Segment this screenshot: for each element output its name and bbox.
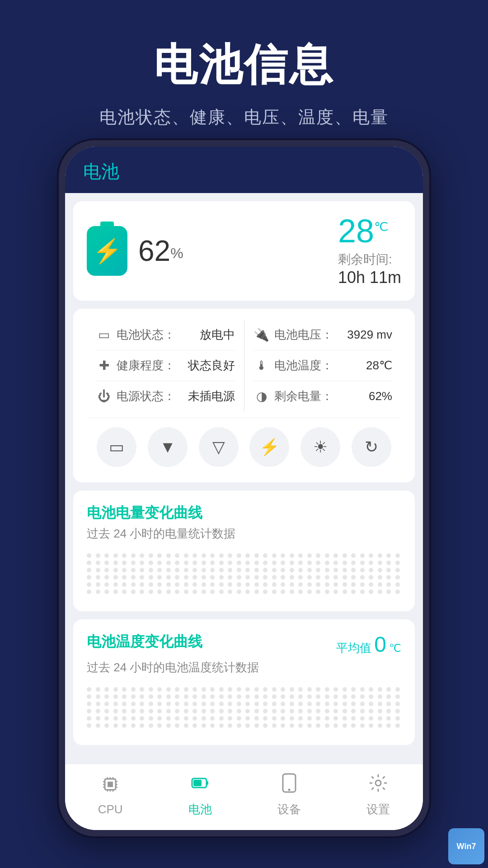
chart-dot [87,709,91,713]
nav-item-cpu[interactable]: CPU [98,774,123,816]
chart-dot [395,582,400,587]
chart-dot [254,723,259,728]
chart-dot [157,716,162,721]
quick-icon-rotate[interactable]: ↻ [352,427,391,467]
temp-number: 28 [338,213,374,249]
chart-dot [96,568,100,572]
chart-dot [360,694,365,699]
chart-dot [272,575,277,580]
chart-dot [272,590,277,594]
nav-item-device[interactable]: 设备 [277,773,301,817]
chart-dot [202,694,206,699]
chart-dot [113,590,118,594]
chart-dot [175,702,179,706]
chart-dot [369,694,373,699]
health-label: 健康程度： [117,358,183,373]
chart-dot [316,702,320,706]
chart-dot [184,568,188,572]
chart-dot [166,590,171,594]
chart-dot [96,590,100,594]
chart-dot [378,716,382,721]
chart-dot [113,687,118,692]
chart-dot [175,553,179,558]
battery-left: ⚡ 62% [87,226,183,276]
chart-dot [307,568,312,572]
chart-dot [122,709,127,713]
chart-dot [228,553,232,558]
health-value: 状态良好 [188,358,235,373]
chart-dot [245,568,250,572]
chart-dot [131,687,136,692]
chart-dot [113,553,118,558]
chart-dot [87,723,91,728]
chart-dot [351,575,356,580]
chart-dot [343,716,347,721]
chart-dot [386,582,391,587]
nav-item-battery[interactable]: 电池 [188,773,212,817]
phone-mockup: 电池 ⚡ 62% 28℃ [59,140,429,836]
chart-dot [298,575,303,580]
chart-dot [395,590,400,594]
chart-dot [343,709,347,713]
chart-dot [298,694,303,699]
chart-dot [281,582,285,587]
chart-dot [298,702,303,706]
chart-dot [237,716,241,721]
chart-dot [184,709,188,713]
nav-item-settings[interactable]: 设置 [366,773,390,817]
chart-dot [245,582,250,587]
chart-dot [131,582,136,587]
chart-dot [184,702,188,706]
chart-dot [316,723,320,728]
chart-dot [140,582,144,587]
chart-dot [351,694,356,699]
quick-icon-brightness[interactable]: ☀ [300,427,340,467]
chart-dot [228,561,232,565]
chart-dot [369,687,373,692]
chart-dot [369,590,373,594]
chart-dot [386,709,391,713]
remaining-value: 10h 11m [338,268,401,287]
chart-dot [219,590,224,594]
chart-dot [113,716,118,721]
chart-dot [157,590,162,594]
chart-dot [210,561,215,565]
chart-dot [175,716,179,721]
chart-dot [122,582,127,587]
quick-icon-battery[interactable]: ▭ [97,427,136,467]
chart-dot [237,553,241,558]
chart-dot [131,716,136,721]
settings-nav-icon [368,773,388,798]
chart-dot [166,575,171,580]
quick-icon-bluetooth[interactable]: ⚡ [249,427,289,467]
battery-percent-sign: % [170,245,183,261]
chart-dot [325,582,329,587]
chart-dot [333,709,338,713]
chart-dot [113,723,118,728]
chart-dot [219,687,224,692]
chart-dot [316,709,320,713]
chart-dot [263,553,267,558]
quick-icon-wifi[interactable]: ▼ [148,427,188,467]
chart2-title: 电池温度变化曲线 [87,632,202,652]
charge-label: 剩余电量： [274,388,364,404]
chart-dot [395,553,400,558]
chart-dot [378,702,382,706]
chart-dot [254,582,259,587]
page-subtitle: 电池状态、健康、电压、温度、电量 [27,106,461,129]
chart-dot [254,568,259,572]
chart-dot [131,568,136,572]
chart-dot [96,716,100,721]
battery-icon-wrap: ⚡ [87,226,127,276]
chart-dot [87,590,91,594]
chart-dot [192,723,197,728]
chart-dot [149,568,153,572]
chart-dot [237,709,241,713]
chart-dot [157,553,162,558]
chart-dot [395,702,400,706]
battery-chart-card: 电池电量变化曲线 过去 24 小时的电量统计数据 [73,491,415,611]
chart-dot [290,553,294,558]
chart-dot [369,582,373,587]
quick-icon-data[interactable]: ▽ [199,427,239,467]
chart-dot [149,590,153,594]
